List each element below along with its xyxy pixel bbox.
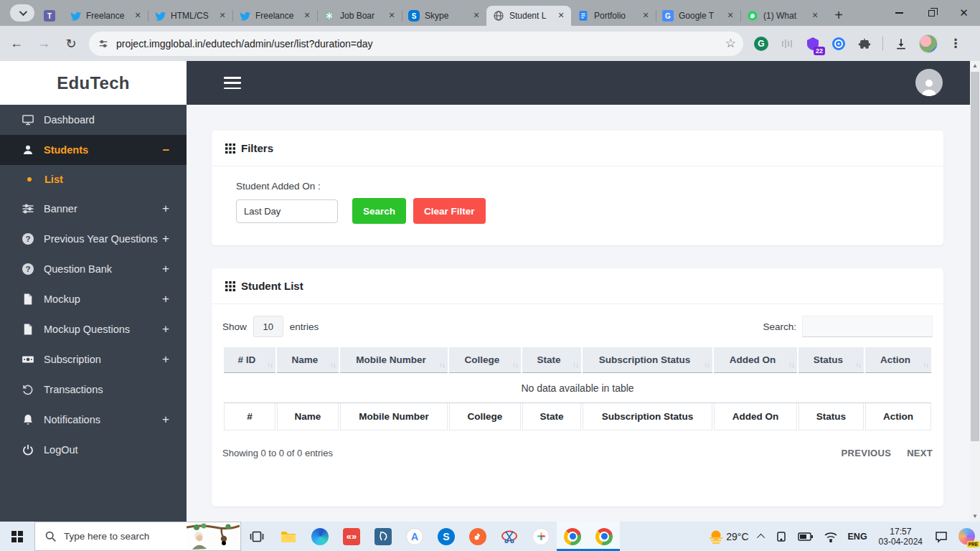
- taskbar-search-box[interactable]: Type here to search: [34, 522, 241, 551]
- sidebar-item-mockup[interactable]: Mockup +: [0, 284, 187, 314]
- column-header-action[interactable]: Action: [865, 347, 931, 373]
- browser-menu-icon[interactable]: ⋮: [948, 36, 963, 52]
- column-header-id[interactable]: # ID: [224, 347, 275, 373]
- column-header-subscription[interactable]: Subscription Status: [583, 347, 712, 373]
- red-code-app-button[interactable]: «»: [336, 522, 367, 551]
- grammarly-icon[interactable]: G: [753, 36, 769, 52]
- clock-widget[interactable]: 17:57 03-04-2024: [872, 527, 929, 547]
- column-header-state[interactable]: State: [522, 347, 581, 373]
- search-button[interactable]: Search: [352, 198, 406, 224]
- column-header-added-on[interactable]: Added On: [714, 347, 797, 373]
- expand-icon[interactable]: +: [162, 292, 169, 306]
- next-page-button[interactable]: NEXT: [907, 448, 933, 458]
- tab-close-icon[interactable]: ×: [301, 10, 313, 22]
- expand-icon[interactable]: +: [162, 202, 169, 216]
- column-header-status[interactable]: Status: [798, 347, 864, 373]
- column-header-college[interactable]: College: [449, 347, 521, 373]
- tab-search-button[interactable]: [10, 4, 34, 22]
- postman-button[interactable]: [462, 522, 494, 551]
- sidebar-subitem-list[interactable]: List: [0, 165, 187, 194]
- expand-icon[interactable]: +: [162, 262, 169, 276]
- tab-freelance-1[interactable]: Freelance ×: [63, 6, 148, 26]
- reload-button[interactable]: ↻: [60, 33, 82, 55]
- tab-close-icon[interactable]: ×: [471, 10, 482, 22]
- downloads-icon[interactable]: [893, 36, 909, 52]
- restore-button[interactable]: [915, 0, 948, 26]
- sidebar-item-banner[interactable]: Banner +: [0, 194, 187, 224]
- sidebar-item-students[interactable]: Students –: [0, 135, 187, 165]
- clear-filter-button[interactable]: Clear Filter: [413, 198, 486, 224]
- skype-button[interactable]: S: [430, 522, 462, 551]
- language-indicator[interactable]: ENG: [843, 522, 872, 551]
- new-tab-button[interactable]: +: [829, 6, 849, 26]
- table-search-input[interactable]: [802, 316, 933, 337]
- tab-job-board[interactable]: Job Boar ×: [317, 6, 402, 26]
- scroll-down-icon[interactable]: ▼: [970, 512, 980, 522]
- tab-google-translate[interactable]: G Google T ×: [656, 6, 740, 26]
- forward-button[interactable]: →: [33, 33, 55, 55]
- tab-close-icon[interactable]: ×: [386, 10, 397, 22]
- notification-center-button[interactable]: [929, 522, 953, 551]
- profile-avatar[interactable]: [919, 34, 938, 53]
- sidebar-item-previous-year-questions[interactable]: ? Previous Year Questions +: [0, 224, 187, 254]
- sidebar-item-notifications[interactable]: Notifications +: [0, 405, 187, 435]
- blue-extension-icon[interactable]: [831, 36, 847, 52]
- tab-html-css[interactable]: HTML/CS ×: [148, 6, 232, 26]
- copilot-button[interactable]: PRE: [953, 522, 980, 551]
- sidebar-item-logout[interactable]: LogOut: [0, 435, 187, 465]
- pinned-tab-teams[interactable]: T: [39, 6, 60, 26]
- tab-close-icon[interactable]: ×: [217, 10, 228, 22]
- collapse-icon[interactable]: –: [163, 143, 169, 157]
- bookmark-star-icon[interactable]: ☆: [725, 36, 736, 51]
- chrome-window-2-button[interactable]: [588, 522, 620, 551]
- expand-icon[interactable]: +: [162, 352, 169, 367]
- tab-student-list-active[interactable]: Student L ×: [486, 6, 571, 26]
- file-explorer-button[interactable]: [273, 522, 304, 551]
- weather-widget[interactable]: 29°C: [702, 522, 753, 551]
- page-scrollbar[interactable]: ▲ ▼: [970, 61, 980, 522]
- expand-icon[interactable]: +: [162, 322, 169, 336]
- battery-tray-button[interactable]: [793, 522, 819, 551]
- hamburger-menu-icon[interactable]: [224, 77, 241, 89]
- sidebar-item-dashboard[interactable]: Dashboard: [0, 105, 187, 135]
- tab-close-icon[interactable]: ×: [809, 10, 821, 22]
- tab-skype[interactable]: S Skype ×: [402, 6, 486, 26]
- task-view-button[interactable]: [241, 522, 273, 551]
- tab-portfolio[interactable]: Portfolio ×: [571, 6, 656, 26]
- expand-icon[interactable]: +: [162, 413, 169, 427]
- scroll-up-icon[interactable]: ▲: [970, 61, 980, 71]
- tab-close-icon[interactable]: ×: [132, 10, 143, 22]
- duration-select[interactable]: Last Day: [236, 199, 338, 223]
- slack-button[interactable]: [525, 522, 557, 551]
- tab-close-icon[interactable]: ×: [640, 10, 651, 22]
- column-header-mobile[interactable]: Mobile Number: [340, 347, 448, 373]
- extensions-puzzle-icon[interactable]: [857, 36, 872, 52]
- sidebar-item-subscription[interactable]: Subscription +: [0, 344, 187, 375]
- tab-freelance-2[interactable]: Freelance ×: [232, 6, 317, 26]
- tab-whatsapp[interactable]: (1) What ×: [740, 6, 825, 26]
- previous-page-button[interactable]: PREVIOUS: [842, 448, 892, 458]
- sidebar-item-transactions[interactable]: Transactions: [0, 375, 187, 405]
- sidebar-item-question-bank[interactable]: ? Question Bank +: [0, 254, 187, 284]
- tray-expand-button[interactable]: [754, 522, 770, 551]
- expand-icon[interactable]: +: [162, 232, 169, 246]
- start-button[interactable]: [0, 522, 34, 551]
- shield-extension-icon[interactable]: 22: [805, 36, 821, 52]
- sidebar-item-mockup-questions[interactable]: Mockup Questions +: [0, 314, 187, 344]
- modeling-app-button[interactable]: A: [399, 522, 430, 551]
- snipping-tool-button[interactable]: [494, 522, 525, 551]
- edge-button[interactable]: [304, 522, 336, 551]
- back-button[interactable]: ←: [6, 33, 27, 55]
- column-header-name[interactable]: Name: [277, 347, 339, 373]
- postgresql-button[interactable]: [367, 522, 399, 551]
- user-avatar[interactable]: [915, 69, 943, 96]
- close-button[interactable]: ✕: [948, 0, 980, 26]
- scrollbar-thumb[interactable]: [971, 72, 979, 441]
- minimize-button[interactable]: [883, 0, 915, 26]
- address-bar[interactable]: project.imgglobal.in/edutech/admin/user/…: [89, 32, 743, 56]
- wayback-icon[interactable]: [779, 36, 795, 52]
- chrome-window-1-button[interactable]: [557, 522, 588, 551]
- tab-close-icon[interactable]: ×: [555, 10, 567, 22]
- device-tray-button[interactable]: [770, 522, 793, 551]
- page-size-select[interactable]: 10: [253, 316, 283, 337]
